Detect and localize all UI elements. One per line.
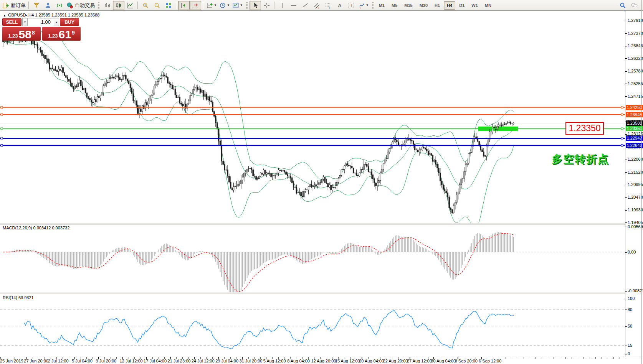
timeframe-d1[interactable]: D1 bbox=[456, 1, 468, 10]
toolbar-grip[interactable] bbox=[98, 2, 99, 9]
price-callout-label[interactable]: 1.23350 bbox=[565, 122, 604, 135]
volume-input[interactable] bbox=[28, 18, 54, 26]
channel-button[interactable]: E bbox=[311, 1, 322, 10]
axis-tick-label: 1.21520 bbox=[628, 170, 643, 175]
line-handle[interactable] bbox=[1, 128, 3, 130]
line-handle[interactable] bbox=[621, 137, 623, 139]
timeframe-m1[interactable]: M1 bbox=[376, 1, 388, 10]
price-chart-canvas[interactable] bbox=[0, 11, 625, 223]
chat-button[interactable] bbox=[628, 1, 640, 10]
dropdown-caret-icon[interactable]: ▼ bbox=[214, 3, 217, 7]
axis-tick bbox=[625, 134, 627, 135]
horizontal-line-button[interactable] bbox=[288, 1, 299, 10]
sell-button[interactable]: SELL bbox=[2, 18, 21, 26]
line-handle[interactable] bbox=[1, 137, 3, 139]
timeframe-mn[interactable]: MN bbox=[482, 1, 494, 10]
search-button[interactable] bbox=[617, 1, 628, 10]
toolbar-grip[interactable] bbox=[246, 2, 248, 9]
zoom-in-button[interactable] bbox=[140, 1, 151, 10]
svg-text:T: T bbox=[350, 3, 352, 8]
dropdown-caret-icon[interactable]: ▼ bbox=[240, 3, 243, 7]
collapse-panel-icon[interactable]: ▲ bbox=[3, 14, 6, 17]
macd-pane[interactable]: MACD(12,26,9) 0.003412 0.003732 bbox=[0, 224, 625, 293]
templates-button[interactable]: ▼ bbox=[231, 1, 244, 10]
tile-windows-button[interactable] bbox=[163, 1, 174, 10]
bar-chart-button[interactable] bbox=[101, 1, 113, 10]
profiles-button[interactable] bbox=[42, 1, 54, 10]
volume-increase-button[interactable]: ▲ bbox=[54, 18, 59, 26]
toolbar-right-icons bbox=[617, 0, 643, 10]
axis-tick bbox=[625, 185, 627, 185]
volume-decrease-button[interactable]: ▼ bbox=[22, 18, 28, 26]
arrows-button[interactable]: ▼ bbox=[357, 1, 370, 10]
buy-price-display[interactable]: 1.23619 bbox=[42, 27, 81, 41]
axis-tick-label: 1.25780 bbox=[628, 68, 643, 74]
signals-button[interactable] bbox=[54, 1, 65, 10]
auto-scroll-button[interactable] bbox=[178, 1, 190, 10]
line-handle[interactable] bbox=[621, 114, 623, 115]
time-axis-label: 22 Aug 20:00 bbox=[383, 359, 408, 363]
line-handle[interactable] bbox=[1, 106, 3, 108]
axis-tick bbox=[625, 172, 627, 173]
axis-tick bbox=[625, 299, 627, 299]
text-button[interactable]: A bbox=[334, 1, 345, 10]
fibonacci-button[interactable]: F bbox=[322, 1, 334, 10]
axis-tick-label: 1.26320 bbox=[628, 56, 643, 61]
price-axis[interactable]: 1.279101.273701.268451.263201.257801.252… bbox=[625, 11, 643, 357]
dropdown-caret-icon[interactable]: ▼ bbox=[227, 3, 230, 7]
signal-icon bbox=[56, 2, 63, 9]
time-axis-label: 8 Aug 04:00 bbox=[287, 359, 310, 363]
line-handle[interactable] bbox=[1, 145, 3, 147]
crosshair-button[interactable] bbox=[261, 1, 273, 10]
svg-text:E: E bbox=[318, 7, 319, 9]
vertical-line-button[interactable] bbox=[276, 1, 288, 10]
indicators-button[interactable]: ▼ bbox=[205, 1, 218, 10]
toolbar-grip[interactable] bbox=[372, 2, 374, 9]
price-tag-1.22642: 1.22642 bbox=[626, 143, 643, 148]
axis-tick bbox=[625, 227, 627, 227]
chart-shift-button[interactable] bbox=[190, 1, 201, 10]
price-chart-pane[interactable]: ▲GBPUSD-,H4 1.23585 1.23591 1.23585 1.23… bbox=[0, 11, 625, 223]
timeframe-h4[interactable]: H4 bbox=[444, 1, 455, 10]
time-axis-label: 6 Sep 12:00 bbox=[479, 359, 501, 363]
zoom-out-button[interactable] bbox=[151, 1, 163, 10]
line-chart-button[interactable] bbox=[124, 1, 136, 10]
timeframe-h1[interactable]: H1 bbox=[431, 1, 443, 10]
toolbar-separator bbox=[203, 2, 203, 9]
line-handle[interactable] bbox=[621, 145, 623, 147]
rsi-pane[interactable]: RSI(14) 63.9321 bbox=[0, 294, 625, 357]
cursor-button[interactable] bbox=[250, 1, 261, 10]
time-axis[interactable]: 25 Jun 201927 Jun 20:002 Jul 12:005 Jul … bbox=[0, 357, 643, 364]
time-axis-label: 31 Jul 20:00 bbox=[240, 359, 263, 363]
candlestick-chart-button[interactable] bbox=[113, 1, 124, 10]
axis-tick bbox=[625, 84, 627, 84]
zoom-in-icon bbox=[142, 2, 149, 9]
new-order-button[interactable]: 新订单 bbox=[1, 1, 27, 10]
arrows-icon bbox=[358, 2, 365, 9]
axis-tick bbox=[625, 252, 627, 253]
autoscroll-icon bbox=[180, 2, 187, 9]
text-label-button[interactable]: T bbox=[345, 1, 357, 10]
trendline-button[interactable] bbox=[299, 1, 311, 10]
styler-button[interactable] bbox=[31, 1, 42, 10]
axis-tick bbox=[625, 33, 627, 34]
axis-tick bbox=[625, 160, 627, 160]
line-handle[interactable] bbox=[621, 128, 623, 130]
sell-price-display[interactable]: 1.23588 bbox=[2, 27, 41, 41]
periods-button[interactable]: ▼ bbox=[218, 1, 231, 10]
axis-tick-label: 0.005692 bbox=[628, 224, 643, 229]
one-click-trade-panel: SELL ▼ ▲ BUY 1.23588 1.23619 bbox=[2, 18, 81, 41]
timeframe-w1[interactable]: W1 bbox=[468, 1, 481, 10]
line-handle[interactable] bbox=[1, 114, 3, 115]
time-axis-label: 15 Aug 12:00 bbox=[335, 359, 360, 363]
indicators-icon bbox=[206, 2, 213, 9]
line-handle[interactable] bbox=[621, 106, 623, 108]
candle-wicks bbox=[3, 31, 514, 214]
timeframe-m15[interactable]: M15 bbox=[401, 1, 415, 10]
timeframe-m30[interactable]: M30 bbox=[417, 1, 431, 10]
auto-trading-button[interactable]: 自动交易 bbox=[65, 1, 96, 10]
buy-button[interactable]: BUY bbox=[60, 18, 79, 26]
timeframe-m5[interactable]: M5 bbox=[388, 1, 400, 10]
dropdown-caret-icon[interactable]: ▼ bbox=[366, 3, 369, 7]
chart-annotation-text[interactable]: 多空转折点 bbox=[552, 152, 609, 166]
